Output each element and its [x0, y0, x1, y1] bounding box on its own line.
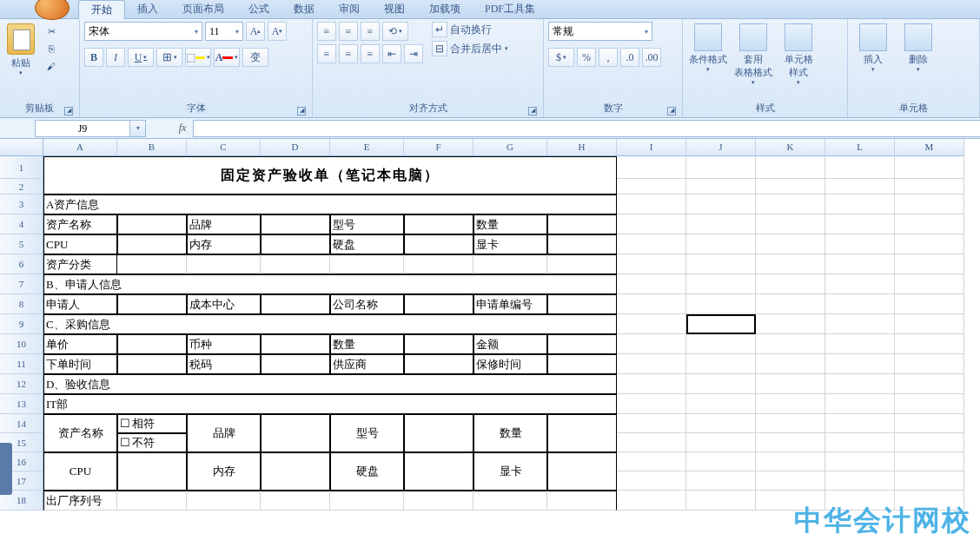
cell-C10[interactable]: 币种: [187, 334, 261, 354]
indent-dec-icon[interactable]: ⇤: [382, 44, 401, 63]
cell-D6[interactable]: [261, 254, 330, 274]
cell-C6[interactable]: [187, 254, 261, 274]
row-header-2[interactable]: 2: [0, 179, 43, 194]
format-painter-icon[interactable]: [43, 59, 59, 73]
cell-I18[interactable]: [617, 491, 686, 511]
grow-font-icon[interactable]: A▴: [246, 22, 265, 41]
cell-E4[interactable]: 型号: [330, 214, 404, 234]
cell-J16[interactable]: [686, 452, 756, 471]
align-top-icon[interactable]: ≡: [317, 22, 336, 41]
cell-M3[interactable]: [895, 194, 964, 214]
format-table-button[interactable]: 套用 表格格式▾: [732, 22, 774, 86]
cell-K13[interactable]: [756, 394, 825, 414]
row-header-5[interactable]: 5: [0, 234, 43, 254]
tab-insert[interactable]: 插入: [125, 0, 170, 18]
clipboard-dialog-icon[interactable]: ◢: [64, 107, 73, 115]
col-header-M[interactable]: M: [895, 139, 964, 156]
cell-H18[interactable]: [547, 491, 617, 511]
tab-home[interactable]: 开始: [78, 0, 125, 19]
percent-icon[interactable]: %: [577, 48, 596, 67]
tab-addin[interactable]: 加载项: [417, 0, 473, 18]
cell-A6[interactable]: 资产分类: [43, 254, 117, 274]
cell-L17[interactable]: [825, 471, 895, 491]
it-dept[interactable]: IT部: [43, 394, 617, 414]
cell-G5[interactable]: 显卡: [473, 234, 547, 254]
gpu-16[interactable]: 显卡: [473, 452, 547, 491]
cell-G8[interactable]: 申请单编号: [473, 294, 547, 314]
align-dialog-icon[interactable]: ◢: [528, 107, 537, 115]
cell-F6[interactable]: [404, 254, 473, 274]
cell-F8[interactable]: [404, 294, 473, 314]
cell-I3[interactable]: [617, 194, 686, 214]
cell-M12[interactable]: [895, 374, 964, 394]
col-header-K[interactable]: K: [756, 139, 825, 156]
cell-J10[interactable]: [686, 334, 756, 354]
cell-A5[interactable]: CPU: [43, 234, 117, 254]
cell-K16[interactable]: [756, 452, 825, 471]
cell-K6[interactable]: [756, 254, 825, 274]
cell-C11[interactable]: 税码: [187, 354, 261, 374]
delete-cells-button[interactable]: 删除▾: [897, 22, 939, 73]
cell-J1[interactable]: [686, 156, 756, 179]
office-button[interactable]: [35, 0, 70, 20]
cell-A10[interactable]: 单价: [43, 334, 117, 354]
bold-button[interactable]: B: [84, 48, 103, 67]
cell-I14[interactable]: [617, 414, 686, 433]
row-header-3[interactable]: 3: [0, 194, 43, 214]
col-header-C[interactable]: C: [187, 139, 261, 156]
col-header-D[interactable]: D: [261, 139, 330, 156]
align-mid-icon[interactable]: ≡: [339, 22, 358, 41]
cell-B16[interactable]: [117, 452, 187, 491]
cell-D8[interactable]: [261, 294, 330, 314]
serial-18[interactable]: 出厂序列号: [43, 491, 117, 511]
cell-B8[interactable]: [117, 294, 187, 314]
cell-A8[interactable]: 申请人: [43, 294, 117, 314]
insert-cells-button[interactable]: 插入▾: [852, 22, 894, 73]
cell-I12[interactable]: [617, 374, 686, 394]
font-dialog-icon[interactable]: ◢: [297, 107, 306, 115]
font-color-button[interactable]: A▾: [214, 48, 240, 67]
align-center-icon[interactable]: ≡: [339, 44, 358, 63]
underline-button[interactable]: U▾: [128, 48, 154, 67]
cell-I16[interactable]: [617, 452, 686, 471]
indent-inc-icon[interactable]: ⇥: [404, 44, 423, 63]
form-title[interactable]: 固定资产验收单（笔记本电脑）: [43, 156, 617, 194]
cell-I17[interactable]: [617, 471, 686, 491]
comma-icon[interactable]: ,: [599, 48, 618, 67]
cell-G10[interactable]: 金额: [473, 334, 547, 354]
row-header-12[interactable]: 12: [0, 374, 43, 394]
cell-K14[interactable]: [756, 414, 825, 433]
cell-H6[interactable]: [547, 254, 617, 274]
cell-J2[interactable]: [686, 179, 756, 194]
col-header-B[interactable]: B: [117, 139, 187, 156]
asset-name-14[interactable]: 资产名称: [43, 414, 117, 452]
cell-G18[interactable]: [473, 491, 547, 511]
row-header-14[interactable]: 14: [0, 414, 43, 433]
cell-E6[interactable]: [330, 254, 404, 274]
cell-M2[interactable]: [895, 179, 964, 194]
col-header-F[interactable]: F: [404, 139, 473, 156]
number-dialog-icon[interactable]: ◢: [667, 107, 676, 115]
cell-J15[interactable]: [686, 433, 756, 452]
chk-nomatch[interactable]: 不符: [117, 433, 187, 452]
cell-K1[interactable]: [756, 156, 825, 179]
conditional-format-button[interactable]: 条件格式▾: [687, 22, 729, 73]
cell-I6[interactable]: [617, 254, 686, 274]
cell-L5[interactable]: [825, 234, 895, 254]
cell-I9[interactable]: [617, 314, 686, 334]
cell-D11[interactable]: [261, 354, 330, 374]
cell-F5[interactable]: [404, 234, 473, 254]
cell-D16[interactable]: [261, 452, 330, 491]
cell-F16[interactable]: [404, 452, 473, 491]
section-c[interactable]: C、采购信息: [43, 314, 617, 334]
shrink-font-icon[interactable]: A▾: [268, 22, 287, 41]
cell-J7[interactable]: [686, 274, 756, 294]
chk-match[interactable]: 相符: [117, 414, 187, 433]
cell-E5[interactable]: 硬盘: [330, 234, 404, 254]
cell-L4[interactable]: [825, 214, 895, 234]
cell-M1[interactable]: [895, 156, 964, 179]
cell-K12[interactable]: [756, 374, 825, 394]
italic-button[interactable]: I: [106, 48, 125, 67]
cell-F18[interactable]: [404, 491, 473, 511]
cell-L16[interactable]: [825, 452, 895, 471]
